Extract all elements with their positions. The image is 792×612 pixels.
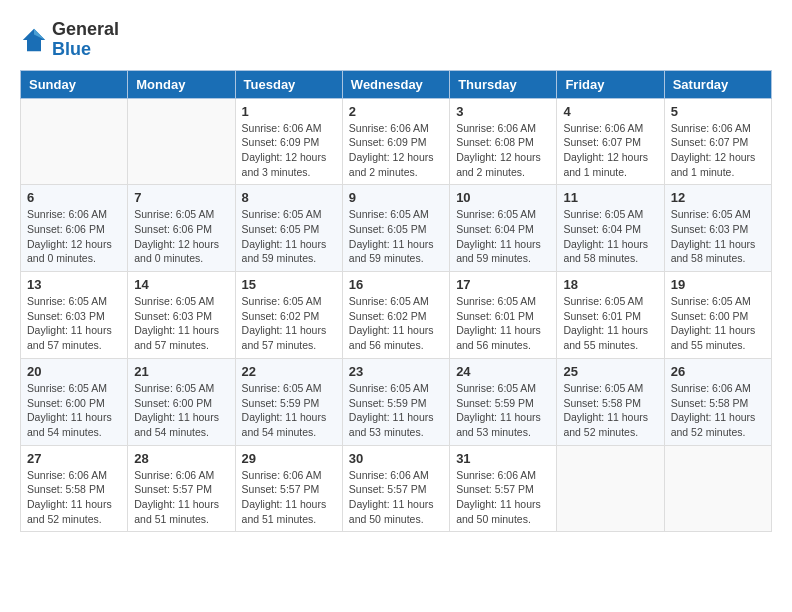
day-number: 30 xyxy=(349,451,443,466)
day-number: 29 xyxy=(242,451,336,466)
day-info: Sunrise: 6:05 AMSunset: 6:02 PMDaylight:… xyxy=(242,294,336,353)
day-info: Sunrise: 6:05 AMSunset: 6:04 PMDaylight:… xyxy=(563,207,657,266)
day-info: Sunrise: 6:06 AMSunset: 6:07 PMDaylight:… xyxy=(563,121,657,180)
day-number: 15 xyxy=(242,277,336,292)
col-header-thursday: Thursday xyxy=(450,70,557,98)
day-cell: 25Sunrise: 6:05 AMSunset: 5:58 PMDayligh… xyxy=(557,358,664,445)
day-cell: 27Sunrise: 6:06 AMSunset: 5:58 PMDayligh… xyxy=(21,445,128,532)
day-cell: 29Sunrise: 6:06 AMSunset: 5:57 PMDayligh… xyxy=(235,445,342,532)
day-cell: 21Sunrise: 6:05 AMSunset: 6:00 PMDayligh… xyxy=(128,358,235,445)
day-number: 13 xyxy=(27,277,121,292)
day-info: Sunrise: 6:06 AMSunset: 6:09 PMDaylight:… xyxy=(242,121,336,180)
day-cell: 16Sunrise: 6:05 AMSunset: 6:02 PMDayligh… xyxy=(342,272,449,359)
day-cell xyxy=(557,445,664,532)
day-info: Sunrise: 6:05 AMSunset: 6:06 PMDaylight:… xyxy=(134,207,228,266)
day-number: 6 xyxy=(27,190,121,205)
col-header-monday: Monday xyxy=(128,70,235,98)
logo-icon xyxy=(20,26,48,54)
day-cell: 6Sunrise: 6:06 AMSunset: 6:06 PMDaylight… xyxy=(21,185,128,272)
day-info: Sunrise: 6:05 AMSunset: 6:00 PMDaylight:… xyxy=(671,294,765,353)
day-number: 18 xyxy=(563,277,657,292)
day-cell: 15Sunrise: 6:05 AMSunset: 6:02 PMDayligh… xyxy=(235,272,342,359)
day-number: 24 xyxy=(456,364,550,379)
day-info: Sunrise: 6:06 AMSunset: 5:57 PMDaylight:… xyxy=(349,468,443,527)
day-info: Sunrise: 6:06 AMSunset: 5:57 PMDaylight:… xyxy=(456,468,550,527)
day-cell: 24Sunrise: 6:05 AMSunset: 5:59 PMDayligh… xyxy=(450,358,557,445)
day-info: Sunrise: 6:06 AMSunset: 6:06 PMDaylight:… xyxy=(27,207,121,266)
day-cell: 13Sunrise: 6:05 AMSunset: 6:03 PMDayligh… xyxy=(21,272,128,359)
col-header-wednesday: Wednesday xyxy=(342,70,449,98)
day-number: 17 xyxy=(456,277,550,292)
day-cell xyxy=(21,98,128,185)
day-info: Sunrise: 6:06 AMSunset: 5:58 PMDaylight:… xyxy=(27,468,121,527)
day-info: Sunrise: 6:05 AMSunset: 6:01 PMDaylight:… xyxy=(563,294,657,353)
day-number: 19 xyxy=(671,277,765,292)
day-number: 21 xyxy=(134,364,228,379)
day-cell: 14Sunrise: 6:05 AMSunset: 6:03 PMDayligh… xyxy=(128,272,235,359)
day-cell: 1Sunrise: 6:06 AMSunset: 6:09 PMDaylight… xyxy=(235,98,342,185)
col-header-tuesday: Tuesday xyxy=(235,70,342,98)
day-cell: 22Sunrise: 6:05 AMSunset: 5:59 PMDayligh… xyxy=(235,358,342,445)
week-row-3: 13Sunrise: 6:05 AMSunset: 6:03 PMDayligh… xyxy=(21,272,772,359)
day-info: Sunrise: 6:06 AMSunset: 5:57 PMDaylight:… xyxy=(242,468,336,527)
day-cell: 31Sunrise: 6:06 AMSunset: 5:57 PMDayligh… xyxy=(450,445,557,532)
day-cell: 23Sunrise: 6:05 AMSunset: 5:59 PMDayligh… xyxy=(342,358,449,445)
day-info: Sunrise: 6:05 AMSunset: 6:05 PMDaylight:… xyxy=(349,207,443,266)
day-number: 7 xyxy=(134,190,228,205)
col-header-saturday: Saturday xyxy=(664,70,771,98)
day-info: Sunrise: 6:05 AMSunset: 5:59 PMDaylight:… xyxy=(242,381,336,440)
day-cell: 17Sunrise: 6:05 AMSunset: 6:01 PMDayligh… xyxy=(450,272,557,359)
day-info: Sunrise: 6:05 AMSunset: 5:59 PMDaylight:… xyxy=(349,381,443,440)
day-info: Sunrise: 6:05 AMSunset: 6:00 PMDaylight:… xyxy=(27,381,121,440)
day-info: Sunrise: 6:05 AMSunset: 6:00 PMDaylight:… xyxy=(134,381,228,440)
day-info: Sunrise: 6:05 AMSunset: 5:59 PMDaylight:… xyxy=(456,381,550,440)
col-header-friday: Friday xyxy=(557,70,664,98)
day-number: 4 xyxy=(563,104,657,119)
day-number: 9 xyxy=(349,190,443,205)
day-info: Sunrise: 6:06 AMSunset: 6:09 PMDaylight:… xyxy=(349,121,443,180)
day-number: 8 xyxy=(242,190,336,205)
day-number: 12 xyxy=(671,190,765,205)
day-cell xyxy=(664,445,771,532)
day-info: Sunrise: 6:05 AMSunset: 6:02 PMDaylight:… xyxy=(349,294,443,353)
week-row-4: 20Sunrise: 6:05 AMSunset: 6:00 PMDayligh… xyxy=(21,358,772,445)
day-info: Sunrise: 6:06 AMSunset: 6:07 PMDaylight:… xyxy=(671,121,765,180)
day-info: Sunrise: 6:05 AMSunset: 5:58 PMDaylight:… xyxy=(563,381,657,440)
week-row-2: 6Sunrise: 6:06 AMSunset: 6:06 PMDaylight… xyxy=(21,185,772,272)
day-cell: 11Sunrise: 6:05 AMSunset: 6:04 PMDayligh… xyxy=(557,185,664,272)
day-info: Sunrise: 6:05 AMSunset: 6:05 PMDaylight:… xyxy=(242,207,336,266)
day-number: 26 xyxy=(671,364,765,379)
calendar-table: SundayMondayTuesdayWednesdayThursdayFrid… xyxy=(20,70,772,533)
day-info: Sunrise: 6:05 AMSunset: 6:03 PMDaylight:… xyxy=(134,294,228,353)
logo-general: General xyxy=(52,20,119,40)
week-row-5: 27Sunrise: 6:06 AMSunset: 5:58 PMDayligh… xyxy=(21,445,772,532)
day-cell: 19Sunrise: 6:05 AMSunset: 6:00 PMDayligh… xyxy=(664,272,771,359)
day-number: 28 xyxy=(134,451,228,466)
day-cell: 8Sunrise: 6:05 AMSunset: 6:05 PMDaylight… xyxy=(235,185,342,272)
day-info: Sunrise: 6:05 AMSunset: 6:04 PMDaylight:… xyxy=(456,207,550,266)
day-cell: 9Sunrise: 6:05 AMSunset: 6:05 PMDaylight… xyxy=(342,185,449,272)
day-info: Sunrise: 6:06 AMSunset: 5:58 PMDaylight:… xyxy=(671,381,765,440)
day-cell: 7Sunrise: 6:05 AMSunset: 6:06 PMDaylight… xyxy=(128,185,235,272)
day-info: Sunrise: 6:05 AMSunset: 6:03 PMDaylight:… xyxy=(671,207,765,266)
day-cell: 18Sunrise: 6:05 AMSunset: 6:01 PMDayligh… xyxy=(557,272,664,359)
day-cell: 20Sunrise: 6:05 AMSunset: 6:00 PMDayligh… xyxy=(21,358,128,445)
day-cell: 3Sunrise: 6:06 AMSunset: 6:08 PMDaylight… xyxy=(450,98,557,185)
col-header-sunday: Sunday xyxy=(21,70,128,98)
day-number: 20 xyxy=(27,364,121,379)
day-cell: 10Sunrise: 6:05 AMSunset: 6:04 PMDayligh… xyxy=(450,185,557,272)
page-header: General Blue xyxy=(20,20,772,60)
day-cell: 30Sunrise: 6:06 AMSunset: 5:57 PMDayligh… xyxy=(342,445,449,532)
day-cell: 5Sunrise: 6:06 AMSunset: 6:07 PMDaylight… xyxy=(664,98,771,185)
logo: General Blue xyxy=(20,20,119,60)
day-number: 27 xyxy=(27,451,121,466)
day-number: 16 xyxy=(349,277,443,292)
day-info: Sunrise: 6:06 AMSunset: 5:57 PMDaylight:… xyxy=(134,468,228,527)
day-number: 22 xyxy=(242,364,336,379)
day-info: Sunrise: 6:05 AMSunset: 6:03 PMDaylight:… xyxy=(27,294,121,353)
day-info: Sunrise: 6:06 AMSunset: 6:08 PMDaylight:… xyxy=(456,121,550,180)
day-number: 25 xyxy=(563,364,657,379)
day-number: 31 xyxy=(456,451,550,466)
header-row: SundayMondayTuesdayWednesdayThursdayFrid… xyxy=(21,70,772,98)
week-row-1: 1Sunrise: 6:06 AMSunset: 6:09 PMDaylight… xyxy=(21,98,772,185)
